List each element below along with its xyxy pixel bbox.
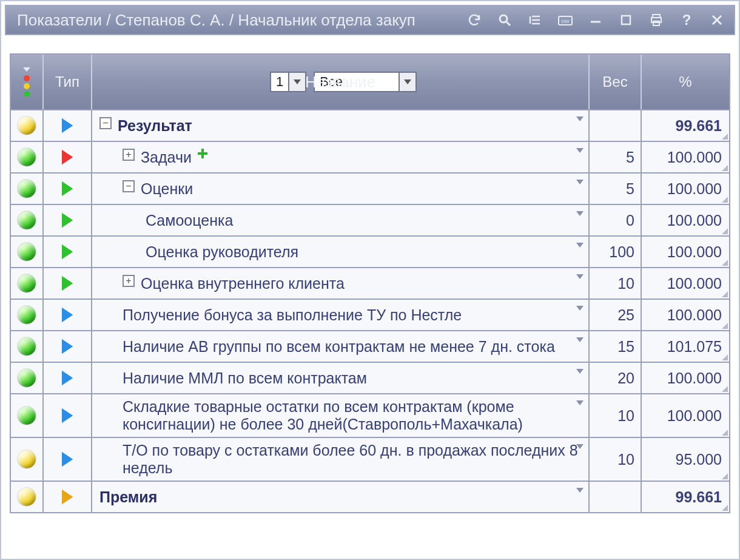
weight-cell[interactable] xyxy=(590,482,642,512)
type-cell[interactable] xyxy=(44,438,92,481)
play-icon xyxy=(62,408,73,423)
row-menu-chevron-icon[interactable] xyxy=(576,369,584,374)
type-cell[interactable] xyxy=(44,237,92,267)
name-cell[interactable]: +Задачи xyxy=(92,142,590,172)
expand-icon[interactable]: + xyxy=(123,149,135,161)
type-cell[interactable] xyxy=(44,205,92,235)
name-cell[interactable]: Самооценка xyxy=(92,205,590,235)
header-status-col[interactable] xyxy=(11,55,44,109)
weight-cell[interactable]: 5 xyxy=(590,142,642,172)
pct-cell[interactable]: 100.000 xyxy=(642,394,729,437)
collapse-icon[interactable]: − xyxy=(123,180,135,192)
type-cell[interactable] xyxy=(44,300,92,330)
close-icon[interactable] xyxy=(708,12,725,29)
type-cell[interactable] xyxy=(44,174,92,204)
header-name-col: 1 Все Название xyxy=(92,55,590,109)
type-cell[interactable] xyxy=(44,110,92,141)
name-cell[interactable]: −Оценки xyxy=(92,174,590,204)
weight-cell[interactable]: 100 xyxy=(590,237,642,267)
pct-cell[interactable]: 99.661 xyxy=(642,482,729,512)
csv-export-icon[interactable]: csv xyxy=(557,12,574,29)
pct-cell[interactable]: 100.000 xyxy=(642,237,729,267)
row-menu-chevron-icon[interactable] xyxy=(576,400,584,405)
row-menu-chevron-icon[interactable] xyxy=(576,180,584,184)
play-icon xyxy=(62,276,73,291)
list-icon[interactable] xyxy=(526,12,543,29)
pct-cell[interactable]: 100.000 xyxy=(642,174,729,204)
type-cell[interactable] xyxy=(44,268,92,299)
pct-cell[interactable]: 100.000 xyxy=(642,205,729,235)
pct-cell[interactable]: 100.000 xyxy=(642,142,729,172)
name-cell[interactable]: Премия xyxy=(92,482,590,512)
filter-select-button[interactable] xyxy=(399,73,415,91)
type-cell[interactable] xyxy=(44,331,92,362)
add-icon[interactable] xyxy=(198,149,207,158)
type-cell[interactable] xyxy=(44,142,92,172)
table-row[interactable]: Самооценка0100.000 xyxy=(11,204,729,235)
table-row[interactable]: Получение бонуса за выполнение ТУ по Нес… xyxy=(11,299,729,330)
weight-cell[interactable]: 25 xyxy=(590,300,642,330)
pct-cell[interactable]: 99.661 xyxy=(642,110,729,141)
name-cell[interactable]: Оценка руководителя xyxy=(92,237,590,267)
table-row[interactable]: Т/О по товару с остатками более 60 дн. в… xyxy=(11,437,729,481)
table-row[interactable]: Оценка руководителя100100.000 xyxy=(11,235,729,267)
help-icon[interactable]: ? xyxy=(678,12,695,29)
table-row[interactable]: Складкие товарные остатки по всем контра… xyxy=(11,393,729,437)
weight-cell[interactable]: 10 xyxy=(590,438,642,481)
table-row[interactable]: Наличие АВ группы по всем контрактам не … xyxy=(11,330,729,362)
name-cell[interactable]: Наличие АВ группы по всем контрактам не … xyxy=(92,331,590,362)
table-row[interactable]: −Результат99.661 xyxy=(11,109,729,141)
header-pct-col[interactable]: % xyxy=(642,55,729,109)
pct-cell[interactable]: 100.000 xyxy=(642,268,729,299)
name-cell[interactable]: Складкие товарные остатки по всем контра… xyxy=(92,394,590,437)
weight-cell[interactable]: 15 xyxy=(590,331,642,362)
name-cell[interactable]: +Оценка внутреннего клиента xyxy=(92,268,590,299)
header-type-col[interactable]: Тип xyxy=(44,55,92,109)
name-cell[interactable]: −Результат xyxy=(92,110,590,141)
row-menu-chevron-icon[interactable] xyxy=(576,444,584,449)
table-row[interactable]: Наличие ММЛ по всем контрактам20100.000 xyxy=(11,362,729,393)
pct-cell[interactable]: 101.075 xyxy=(642,331,729,362)
row-menu-chevron-icon[interactable] xyxy=(576,211,584,216)
name-cell[interactable]: Получение бонуса за выполнение ТУ по Нес… xyxy=(92,300,590,330)
row-menu-chevron-icon[interactable] xyxy=(576,306,584,311)
table-row[interactable]: Премия99.661 xyxy=(11,481,729,512)
row-menu-chevron-icon[interactable] xyxy=(576,274,584,279)
weight-cell[interactable]: 0 xyxy=(590,205,642,235)
weight-cell[interactable]: 20 xyxy=(590,363,642,393)
table-row[interactable]: +Задачи5100.000 xyxy=(11,141,729,172)
table-row[interactable]: +Оценка внутреннего клиента10100.000 xyxy=(11,267,729,299)
pct-value: 100.000 xyxy=(667,407,722,425)
row-menu-chevron-icon[interactable] xyxy=(576,337,584,342)
name-cell[interactable]: Т/О по товару с остатками более 60 дн. в… xyxy=(92,438,590,481)
weight-cell[interactable]: 5 xyxy=(590,174,642,204)
row-menu-chevron-icon[interactable] xyxy=(576,116,584,121)
pct-cell[interactable]: 100.000 xyxy=(642,300,729,330)
level-select-button[interactable] xyxy=(288,73,305,91)
print-icon[interactable] xyxy=(648,12,665,29)
refresh-icon[interactable] xyxy=(466,12,483,29)
search-icon[interactable] xyxy=(496,12,513,29)
row-menu-chevron-icon[interactable] xyxy=(576,148,584,153)
weight-cell[interactable]: 10 xyxy=(590,268,642,299)
weight-cell[interactable] xyxy=(590,110,642,141)
maximize-icon[interactable] xyxy=(617,12,634,29)
name-cell[interactable]: Наличие ММЛ по всем контрактам xyxy=(92,363,590,393)
level-select[interactable]: 1 xyxy=(270,72,306,92)
pct-cell[interactable]: 100.000 xyxy=(642,363,729,393)
header-weight-col[interactable]: Вес xyxy=(590,55,642,109)
weight-cell[interactable]: 10 xyxy=(590,394,642,437)
type-cell[interactable] xyxy=(44,394,92,437)
row-menu-chevron-icon[interactable] xyxy=(576,488,584,493)
pct-cell[interactable]: 95.000 xyxy=(642,438,729,481)
minimize-icon[interactable] xyxy=(587,12,604,29)
status-cell xyxy=(11,331,44,362)
collapse-icon[interactable]: − xyxy=(99,117,112,129)
play-icon xyxy=(62,245,73,259)
expand-icon[interactable]: + xyxy=(123,275,135,287)
type-cell[interactable] xyxy=(44,363,92,393)
row-menu-chevron-icon[interactable] xyxy=(576,243,584,248)
type-cell[interactable] xyxy=(44,482,92,512)
table-row[interactable]: −Оценки5100.000 xyxy=(11,172,729,204)
title-toolbar: csv ? xyxy=(466,12,725,29)
